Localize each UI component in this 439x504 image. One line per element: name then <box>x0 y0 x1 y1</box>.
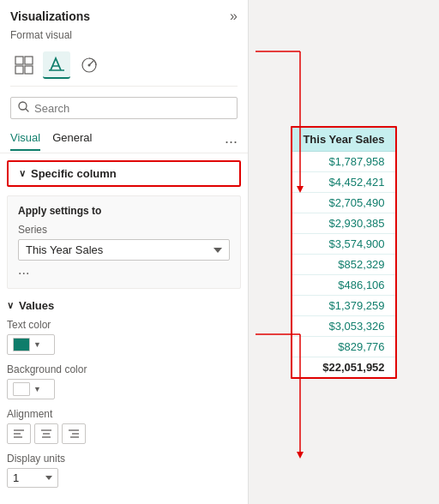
grid-icon-button[interactable] <box>10 51 38 79</box>
search-icon <box>18 101 29 115</box>
tabs-row: Visual General ... <box>0 126 248 153</box>
apply-settings-box: Apply settings to Series This Year Sales… <box>7 195 241 289</box>
analytics-icon-button[interactable] <box>75 51 103 79</box>
table-total-row: $22,051,952 <box>292 357 394 377</box>
display-units-row: Display units 1 Auto Thousands Millions … <box>7 453 241 488</box>
specific-column-label: Specific column <box>31 167 117 180</box>
chevron-down-icon: ∨ <box>19 168 26 179</box>
data-table: This Year Sales $1,787,958 $4,452,421 $2… <box>291 126 396 379</box>
table-row: $3,574,900 <box>292 234 394 255</box>
svg-marker-21 <box>297 452 304 459</box>
table-row: $486,106 <box>292 275 394 296</box>
bg-color-chevron-icon: ▼ <box>33 385 41 393</box>
format-icon-button[interactable] <box>43 51 70 79</box>
visualizations-panel: Visualizations » Format visual <box>0 0 249 504</box>
table-row: $2,930,385 <box>292 213 394 234</box>
bg-color-swatch <box>13 382 30 396</box>
series-label: Series <box>18 224 230 236</box>
svg-point-5 <box>88 64 91 67</box>
table-row: $829,776 <box>292 337 394 357</box>
tab-visual[interactable]: Visual <box>10 131 40 151</box>
table-header: This Year Sales <box>292 128 394 152</box>
values-chevron-icon: ∨ <box>7 300 14 311</box>
visualization-type-icons <box>0 48 248 86</box>
svg-rect-3 <box>25 66 33 74</box>
alignment-label: Alignment <box>7 408 241 420</box>
bg-color-button[interactable]: ▼ <box>7 379 55 399</box>
tabs-left: Visual General <box>10 131 92 151</box>
values-header[interactable]: ∨ Values <box>7 299 241 312</box>
display-units-label: Display units <box>7 453 241 465</box>
right-panel: This Year Sales $1,787,958 $4,452,421 $2… <box>249 0 439 504</box>
panel-header: Visualizations » <box>0 0 248 27</box>
table-row: $852,329 <box>292 255 394 275</box>
text-color-swatch <box>13 338 30 351</box>
bg-color-row: Background color ▼ <box>7 363 241 399</box>
apply-settings-title: Apply settings to <box>18 205 230 217</box>
align-right-button[interactable] <box>62 423 86 444</box>
svg-rect-2 <box>15 66 23 74</box>
series-dropdown[interactable]: This Year Sales Last Year Sales Total Sa… <box>18 239 230 261</box>
format-visual-label: Format visual <box>0 27 248 48</box>
search-input[interactable] <box>34 102 230 115</box>
specific-column-section[interactable]: ∨ Specific column <box>7 160 241 187</box>
text-color-chevron-icon: ▼ <box>33 340 41 349</box>
panel-title: Visualizations <box>10 9 90 23</box>
alignment-row-container: Alignment <box>7 408 241 444</box>
tab-more-icon[interactable]: ... <box>225 129 238 153</box>
bg-color-label: Background color <box>7 363 241 375</box>
text-color-label: Text color <box>7 319 241 331</box>
svg-rect-0 <box>15 57 23 64</box>
text-color-row: Text color ▼ <box>7 319 241 355</box>
ellipsis-more[interactable]: ... <box>18 261 230 279</box>
table-row: $1,787,958 <box>292 152 394 172</box>
divider <box>10 86 238 87</box>
text-color-button[interactable]: ▼ <box>7 334 55 355</box>
display-units-dropdown[interactable]: 1 Auto Thousands Millions Billions <box>7 468 58 488</box>
table-row: $2,705,490 <box>292 193 394 213</box>
svg-rect-1 <box>25 57 33 64</box>
alignment-buttons <box>7 423 241 444</box>
tab-general[interactable]: General <box>52 131 92 151</box>
search-bar[interactable] <box>10 97 238 119</box>
table-row: $3,053,326 <box>292 316 394 337</box>
values-label: Values <box>19 299 54 312</box>
table-row: $1,379,259 <box>292 296 394 316</box>
table-row: $4,452,421 <box>292 172 394 193</box>
align-left-button[interactable] <box>7 423 31 444</box>
values-section: ∨ Values Text color ▼ Background color ▼… <box>0 299 248 496</box>
collapse-icon[interactable]: » <box>230 9 238 24</box>
align-center-button[interactable] <box>34 423 58 444</box>
